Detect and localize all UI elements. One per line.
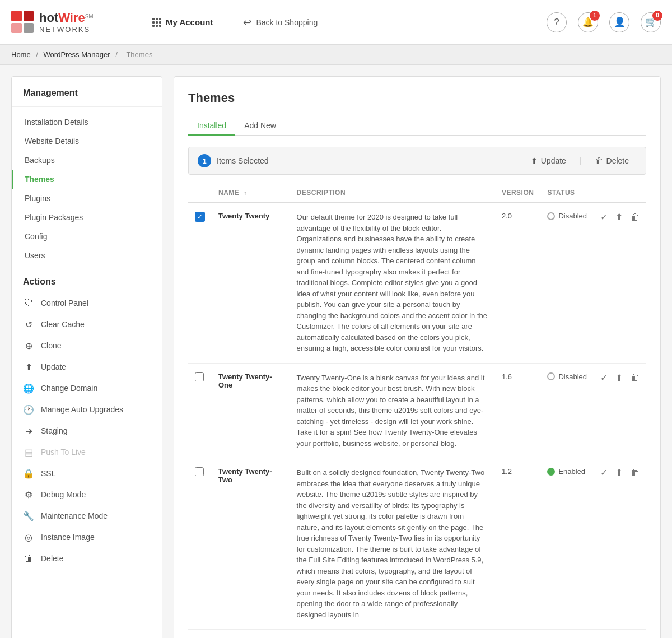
header: hotWireSM NETWORKS My Account ↩ Back to … <box>0 0 672 45</box>
action-item-control-panel[interactable]: 🛡Control Panel <box>12 292 162 314</box>
breadcrumb-themes: Themes <box>126 50 152 59</box>
main-content: Themes InstalledAdd New 1 Items Selected… <box>174 76 661 638</box>
sidebar-nav-item-themes[interactable]: Themes <box>12 170 162 189</box>
checkbox-checked[interactable]: ✓ <box>195 212 205 222</box>
cart-button[interactable]: 🛒 0 <box>641 12 661 32</box>
sidebar-nav-item-backups[interactable]: Backups <box>12 151 162 170</box>
delete-row-button[interactable]: 🗑 <box>631 468 640 478</box>
my-account-label: My Account <box>166 17 213 27</box>
grid-icon <box>152 18 161 27</box>
account-button[interactable]: 👤 <box>609 12 629 32</box>
theme-description: Built on a solidly designed foundation, … <box>297 467 488 620</box>
action-label: SSL <box>41 469 55 478</box>
col-checkbox <box>188 183 212 203</box>
theme-version: 1.2 <box>495 458 541 630</box>
page-layout: Management Installation DetailsWebsite D… <box>0 65 672 638</box>
delete-label: Delete <box>606 156 629 165</box>
breadcrumb-home[interactable]: Home <box>11 50 31 59</box>
theme-status: Enabled <box>547 467 587 476</box>
sort-icon: ↑ <box>244 189 247 196</box>
status-dot <box>547 468 555 476</box>
update-label: Update <box>541 156 566 165</box>
action-item-maintenance-mode[interactable]: 🔧Maintenance Mode <box>12 505 162 527</box>
activate-button[interactable]: ✓ <box>600 212 608 222</box>
breadcrumb-wordpress-manager[interactable]: WordPress Manager <box>44 50 110 59</box>
sidebar-nav-item-installation-details[interactable]: Installation Details <box>12 113 162 132</box>
lock-icon: 🔒 <box>23 468 34 479</box>
activate-button[interactable]: ✓ <box>600 467 608 478</box>
col-version: VERSION <box>495 183 541 203</box>
theme-name: Twenty Twenty-Two <box>218 467 283 484</box>
sidebar-nav-item-users[interactable]: Users <box>12 246 162 265</box>
actions-title: Actions <box>12 268 162 292</box>
action-label: Staging <box>41 426 67 435</box>
action-label: Manage Auto Upgrades <box>41 405 123 414</box>
separator: | <box>580 156 582 165</box>
tab-installed[interactable]: Installed <box>188 117 235 136</box>
delete-button[interactable]: 🗑 Delete <box>587 153 637 169</box>
sidebar-nav-item-website-details[interactable]: Website Details <box>12 132 162 151</box>
back-arrow-icon: ↩ <box>243 16 251 29</box>
status-label: Disabled <box>558 212 587 220</box>
action-item-ssl[interactable]: 🔒SSL <box>12 463 162 484</box>
globe-icon: 🌐 <box>23 383 34 394</box>
activate-button[interactable]: ✓ <box>600 372 608 383</box>
delete-row-button[interactable]: 🗑 <box>631 372 640 383</box>
row-checkbox[interactable] <box>195 372 204 381</box>
my-account-button[interactable]: My Account <box>146 13 220 31</box>
update-row-button[interactable]: ⬆ <box>615 212 623 222</box>
action-item-debug-mode[interactable]: ⚙Debug Mode <box>12 484 162 505</box>
sidebar-nav-item-plugin-packages[interactable]: Plugin Packages <box>12 208 162 227</box>
upload-icon: ⬆ <box>23 361 34 372</box>
breadcrumb-sep1: / <box>36 50 38 59</box>
sidebar-nav-item-plugins[interactable]: Plugins <box>12 189 162 208</box>
logo-sm: SM <box>85 13 94 20</box>
theme-status: Disabled <box>547 212 587 220</box>
themes-table: NAME ↑ DESCRIPTION VERSION STATUS ✓Twent… <box>188 183 646 630</box>
management-title: Management <box>12 88 162 107</box>
action-item-staging[interactable]: ➜Staging <box>12 420 162 441</box>
action-label: Debug Mode <box>41 490 86 499</box>
header-right: ? 🔔 1 👤 🛒 0 <box>547 12 661 32</box>
notifications-button[interactable]: 🔔 1 <box>578 12 598 32</box>
theme-name: Twenty Twenty-One <box>218 372 283 389</box>
plus-circle-icon: ⊕ <box>23 340 34 351</box>
action-item-clone[interactable]: ⊕Clone <box>12 335 162 356</box>
logo-wire: Wire <box>58 11 85 25</box>
col-actions <box>594 183 646 203</box>
refresh-icon: ↺ <box>23 319 34 330</box>
sidebar-nav-item-config[interactable]: Config <box>12 227 162 246</box>
page-title: Themes <box>188 91 646 105</box>
row-checkbox[interactable] <box>195 467 204 476</box>
col-status: STATUS <box>540 183 594 203</box>
logo-networks: NETWORKS <box>39 25 94 34</box>
wrench-icon: 🔧 <box>23 510 34 521</box>
delete-row-button[interactable]: 🗑 <box>631 212 640 222</box>
action-label: Clone <box>41 341 62 350</box>
status-dot <box>547 372 555 380</box>
theme-status: Disabled <box>547 372 587 381</box>
action-label: Update <box>41 362 66 371</box>
status-dot <box>547 212 555 220</box>
action-item-instance-image[interactable]: ◎Instance Image <box>12 527 162 548</box>
action-item-update[interactable]: ⬆Update <box>12 356 162 378</box>
theme-version: 1.6 <box>495 363 541 458</box>
tab-add-new[interactable]: Add New <box>235 117 285 136</box>
update-row-button[interactable]: ⬆ <box>615 467 623 478</box>
action-item-manage-auto-upgrades[interactable]: 🕐Manage Auto Upgrades <box>12 399 162 420</box>
action-item-push-to-live: ▤Push To Live <box>12 441 162 463</box>
action-item-delete[interactable]: 🗑Delete <box>12 548 162 569</box>
help-button[interactable]: ? <box>547 12 567 32</box>
gear-icon: ⚙ <box>23 489 34 500</box>
update-row-button[interactable]: ⬆ <box>615 372 623 383</box>
update-button[interactable]: ⬆ Update <box>523 153 574 169</box>
back-to-shopping-button[interactable]: ↩ Back to Shopping <box>236 12 324 33</box>
theme-version: 2.0 <box>495 203 541 364</box>
clock-icon: 🕐 <box>23 404 34 415</box>
action-item-change-domain[interactable]: 🌐Change Domain <box>12 378 162 399</box>
row-actions: ✓ ⬆ 🗑 <box>600 212 640 222</box>
action-item-clear-cache[interactable]: ↺Clear Cache <box>12 314 162 335</box>
tabs: InstalledAdd New <box>188 117 646 136</box>
breadcrumb-sep2: / <box>115 50 118 59</box>
push-icon: ▤ <box>23 446 34 458</box>
